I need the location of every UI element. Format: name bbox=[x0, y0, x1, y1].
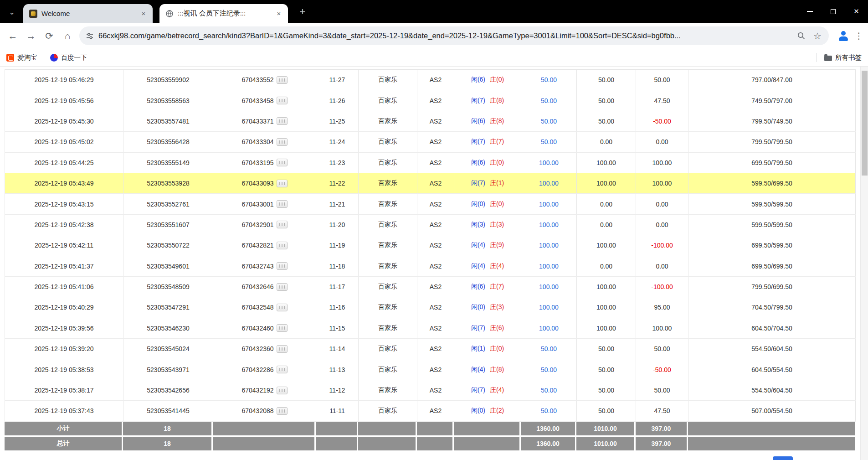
bookmark-star-icon[interactable]: ☆ bbox=[812, 30, 823, 42]
address-bar[interactable]: 66cxkj98.com/game/betrecord_search/kind3… bbox=[79, 26, 829, 45]
minimize-button[interactable] bbox=[798, 0, 822, 23]
game-number: 670432743 bbox=[241, 263, 273, 270]
replay-icon[interactable] bbox=[277, 407, 288, 415]
maximize-button[interactable] bbox=[822, 0, 845, 23]
profile-avatar[interactable] bbox=[837, 30, 850, 42]
replay-icon[interactable] bbox=[277, 262, 288, 270]
balance: 599.50/599.50 bbox=[688, 215, 856, 235]
bet-amount-link[interactable]: 100.00 bbox=[521, 318, 577, 338]
bet-amount-link[interactable]: 50.00 bbox=[521, 70, 577, 90]
tab-welcome[interactable]: Welcome × bbox=[23, 4, 153, 23]
player-result: 闲(0) bbox=[471, 200, 485, 208]
bet-id: 523053559902 bbox=[123, 70, 213, 90]
table-code: AS2 bbox=[417, 194, 454, 214]
replay-icon[interactable] bbox=[277, 159, 288, 166]
player-result: 闲(0) bbox=[471, 407, 485, 415]
bet-amount-link[interactable]: 50.00 bbox=[521, 339, 577, 359]
game-number: 670433552 bbox=[241, 76, 273, 83]
forward-button[interactable]: → bbox=[22, 27, 40, 45]
win-loss: 100.00 bbox=[636, 173, 688, 193]
replay-icon[interactable] bbox=[277, 76, 288, 84]
bookmarks-separator bbox=[817, 53, 817, 62]
bet-amount-link[interactable]: 50.00 bbox=[521, 401, 577, 421]
game-number: 670433195 bbox=[241, 159, 273, 166]
home-button[interactable]: ⌂ bbox=[58, 27, 77, 45]
game-result: 闲(7) 庄(1) bbox=[454, 173, 521, 193]
vertical-scrollbar[interactable] bbox=[860, 67, 868, 460]
game-number: 670432460 bbox=[241, 325, 273, 332]
bet-amount-link[interactable]: 50.00 bbox=[521, 359, 577, 379]
game-number: 670432901 bbox=[241, 221, 273, 228]
game-result: 闲(7) 庄(7) bbox=[454, 132, 521, 152]
game-result: 闲(7) 庄(8) bbox=[454, 90, 521, 110]
total-count: 18 bbox=[123, 437, 213, 450]
bookmark-baidu[interactable]: 百度一下 bbox=[50, 53, 87, 62]
reload-button[interactable]: ⟳ bbox=[40, 27, 58, 45]
bet-amount-link[interactable]: 100.00 bbox=[521, 297, 577, 317]
all-bookmarks-button[interactable]: 所有书签 bbox=[824, 53, 862, 62]
game-number: 670433304 bbox=[241, 138, 273, 145]
back-button[interactable]: ← bbox=[4, 27, 22, 45]
replay-icon[interactable] bbox=[277, 304, 288, 311]
bet-amount-link[interactable]: 100.00 bbox=[521, 235, 577, 255]
close-button[interactable]: ✕ bbox=[845, 0, 868, 23]
floating-widget[interactable] bbox=[773, 456, 793, 460]
bet-amount-link[interactable]: 100.00 bbox=[521, 173, 577, 193]
bet-id: 523053549601 bbox=[123, 256, 213, 276]
game-type: 百家乐 bbox=[359, 90, 417, 110]
game-number: 670433371 bbox=[241, 118, 273, 125]
replay-icon[interactable] bbox=[277, 283, 288, 291]
tab-betrecord[interactable]: :::视讯 会员下注纪录::: × bbox=[159, 4, 288, 23]
bookmark-label: 百度一下 bbox=[61, 53, 87, 62]
banker-result: 庄(8) bbox=[490, 97, 504, 105]
subtotal-row: 小计 18 1360.00 1010.00 397.00 bbox=[5, 422, 856, 435]
bet-amount-link[interactable]: 100.00 bbox=[521, 277, 577, 297]
bookmark-aitaobao[interactable]: 爱淘宝 bbox=[6, 53, 37, 62]
bet-amount-link[interactable]: 100.00 bbox=[521, 256, 577, 276]
bet-amount-link[interactable]: 50.00 bbox=[521, 380, 577, 400]
site-info-icon[interactable] bbox=[85, 31, 95, 41]
replay-icon[interactable] bbox=[277, 387, 288, 394]
scrollbar-thumb[interactable] bbox=[862, 71, 868, 176]
replay-icon[interactable] bbox=[277, 221, 288, 228]
tab-close-icon[interactable]: × bbox=[139, 9, 148, 18]
banker-result: 庄(9) bbox=[490, 241, 504, 249]
bet-time: 2025-12-19 05:46:29 bbox=[5, 70, 123, 90]
replay-icon[interactable] bbox=[277, 242, 288, 249]
bet-amount-link[interactable]: 50.00 bbox=[521, 111, 577, 131]
replay-icon[interactable] bbox=[277, 97, 288, 104]
bet-amount-link[interactable]: 50.00 bbox=[521, 90, 577, 110]
replay-icon[interactable] bbox=[277, 117, 288, 125]
new-tab-button[interactable]: + bbox=[296, 5, 309, 18]
round-number: 11-23 bbox=[316, 153, 359, 173]
bet-id: 523053551607 bbox=[123, 215, 213, 235]
bet-time: 2025-12-19 05:42:11 bbox=[5, 235, 123, 255]
tab-close-icon[interactable]: × bbox=[274, 9, 283, 18]
replay-icon[interactable] bbox=[277, 345, 288, 353]
bet-amount-link[interactable]: 100.00 bbox=[521, 153, 577, 173]
game-type: 百家乐 bbox=[359, 132, 417, 152]
zoom-icon[interactable] bbox=[795, 30, 807, 42]
game-result: 闲(0) 庄(0) bbox=[454, 194, 521, 214]
tab-search-chevron-icon[interactable]: ⌄ bbox=[5, 5, 18, 18]
replay-icon[interactable] bbox=[277, 200, 288, 208]
replay-icon[interactable] bbox=[277, 324, 288, 332]
game-result: 闲(0) 庄(2) bbox=[454, 401, 521, 421]
valid-amount: 100.00 bbox=[577, 318, 636, 338]
menu-dots-icon[interactable]: ⋮ bbox=[853, 30, 864, 42]
table-code: AS2 bbox=[417, 359, 454, 379]
replay-icon[interactable] bbox=[277, 180, 288, 187]
win-loss: -100.00 bbox=[636, 277, 688, 297]
player-result: 闲(7) bbox=[471, 97, 485, 105]
bet-amount-link[interactable]: 100.00 bbox=[521, 194, 577, 214]
replay-icon[interactable] bbox=[277, 138, 288, 146]
bet-amount-link[interactable]: 50.00 bbox=[521, 132, 577, 152]
bet-amount-link[interactable]: 100.00 bbox=[521, 215, 577, 235]
summary-empty-cell bbox=[688, 422, 855, 435]
summary-empty-cell bbox=[417, 437, 454, 450]
replay-icon[interactable] bbox=[277, 366, 288, 373]
table-code: AS2 bbox=[417, 173, 454, 193]
subtotal-winloss: 397.00 bbox=[636, 422, 688, 435]
bet-time: 2025-12-19 05:37:43 bbox=[5, 401, 123, 421]
win-loss: 95.00 bbox=[636, 297, 688, 317]
